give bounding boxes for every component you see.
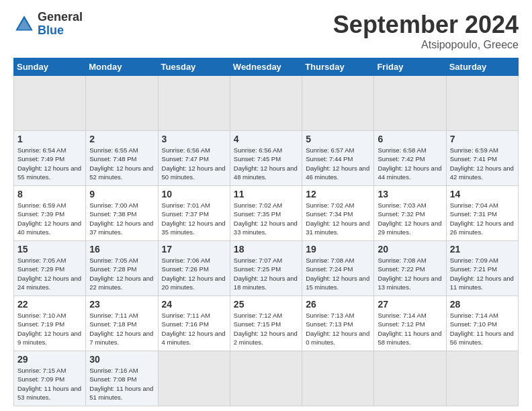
cell-text: Sunrise: 6:59 AMSunset: 7:41 PMDaylight:… (450, 146, 514, 181)
logo-general: General (38, 11, 83, 24)
page-header: General Blue September 2024 Atsipopoulo,… (13, 11, 519, 51)
header-thursday: Thursday (302, 58, 374, 76)
calendar-cell (302, 76, 374, 131)
title-section: September 2024 Atsipopoulo, Greece (333, 11, 519, 51)
header-friday: Friday (374, 58, 446, 76)
day-number: 12 (306, 189, 370, 199)
day-number: 5 (306, 134, 370, 144)
calendar-cell (230, 76, 302, 131)
calendar-cell (86, 76, 158, 131)
cell-text: Sunrise: 6:56 AMSunset: 7:45 PMDaylight:… (234, 146, 298, 181)
day-number: 23 (89, 299, 154, 310)
day-number: 2 (89, 134, 154, 144)
logo-text: General Blue (38, 11, 83, 38)
calendar-cell (302, 351, 374, 406)
calendar-cell (446, 351, 518, 406)
day-number: 16 (89, 244, 154, 255)
page-container: General Blue September 2024 Atsipopoulo,… (0, 0, 532, 411)
calendar-cell: 5 Sunrise: 6:57 AMSunset: 7:44 PMDayligh… (302, 131, 374, 186)
day-number: 11 (234, 189, 298, 199)
cell-text: Sunrise: 6:57 AMSunset: 7:44 PMDaylight:… (306, 146, 369, 181)
calendar-cell: 13 Sunrise: 7:03 AMSunset: 7:32 PMDaylig… (374, 186, 446, 241)
day-number: 10 (162, 189, 226, 199)
calendar-cell: 21 Sunrise: 7:09 AMSunset: 7:21 PMDaylig… (446, 241, 518, 296)
calendar-cell: 6 Sunrise: 6:58 AMSunset: 7:42 PMDayligh… (374, 131, 446, 186)
calendar-cell: 10 Sunrise: 7:01 AMSunset: 7:37 PMDaylig… (158, 186, 230, 241)
cell-text: Sunrise: 7:04 AMSunset: 7:31 PMDaylight:… (450, 201, 514, 236)
calendar-cell: 17 Sunrise: 7:06 AMSunset: 7:26 PMDaylig… (158, 241, 230, 296)
calendar-cell: 11 Sunrise: 7:02 AMSunset: 7:35 PMDaylig… (230, 186, 302, 241)
calendar-cell: 2 Sunrise: 6:55 AMSunset: 7:48 PMDayligh… (86, 131, 158, 186)
header-monday: Monday (86, 58, 158, 76)
day-number: 9 (89, 189, 154, 199)
calendar-cell: 3 Sunrise: 6:56 AMSunset: 7:47 PMDayligh… (158, 131, 230, 186)
day-number: 4 (234, 134, 298, 144)
calendar-cell: 12 Sunrise: 7:02 AMSunset: 7:34 PMDaylig… (302, 186, 374, 241)
calendar-cell: 18 Sunrise: 7:07 AMSunset: 7:25 PMDaylig… (230, 241, 302, 296)
calendar-cell: 16 Sunrise: 7:05 AMSunset: 7:28 PMDaylig… (86, 241, 158, 296)
day-number: 27 (378, 299, 442, 310)
calendar-cell: 25 Sunrise: 7:12 AMSunset: 7:15 PMDaylig… (230, 296, 302, 351)
day-number: 29 (17, 354, 82, 365)
day-number: 22 (17, 299, 82, 310)
day-number: 15 (17, 244, 82, 255)
day-number: 28 (450, 299, 515, 310)
location: Atsipopoulo, Greece (333, 39, 519, 51)
header-sunday: Sunday (14, 58, 86, 76)
day-number: 19 (306, 244, 370, 255)
cell-text: Sunrise: 7:11 AMSunset: 7:16 PMDaylight:… (162, 312, 226, 346)
calendar-table: Sunday Monday Tuesday Wednesday Thursday… (13, 58, 519, 406)
calendar-cell: 23 Sunrise: 7:11 AMSunset: 7:18 PMDaylig… (86, 296, 158, 351)
header-tuesday: Tuesday (158, 58, 230, 76)
day-number: 26 (306, 299, 370, 310)
calendar-cell: 9 Sunrise: 7:00 AMSunset: 7:38 PMDayligh… (86, 186, 158, 241)
day-number: 1 (17, 134, 82, 144)
calendar-cell: 29 Sunrise: 7:15 AMSunset: 7:09 PMDaylig… (14, 351, 86, 406)
calendar-cell: 14 Sunrise: 7:04 AMSunset: 7:31 PMDaylig… (446, 186, 518, 241)
day-number: 7 (450, 134, 515, 144)
cell-text: Sunrise: 7:11 AMSunset: 7:18 PMDaylight:… (89, 312, 153, 346)
day-number: 20 (378, 244, 442, 255)
calendar-week-row: 29 Sunrise: 7:15 AMSunset: 7:09 PMDaylig… (14, 351, 519, 406)
day-number: 30 (89, 354, 154, 365)
calendar-cell: 7 Sunrise: 6:59 AMSunset: 7:41 PMDayligh… (446, 131, 518, 186)
day-number: 6 (378, 134, 442, 144)
calendar-cell (14, 76, 86, 131)
cell-text: Sunrise: 7:10 AMSunset: 7:19 PMDaylight:… (17, 312, 81, 346)
cell-text: Sunrise: 7:05 AMSunset: 7:29 PMDaylight:… (17, 257, 81, 291)
cell-text: Sunrise: 7:16 AMSunset: 7:08 PMDaylight:… (89, 367, 153, 401)
cell-text: Sunrise: 7:14 AMSunset: 7:12 PMDaylight:… (378, 312, 441, 346)
day-number: 18 (234, 244, 298, 255)
cell-text: Sunrise: 6:55 AMSunset: 7:48 PMDaylight:… (89, 146, 153, 181)
cell-text: Sunrise: 7:03 AMSunset: 7:32 PMDaylight:… (378, 201, 441, 236)
cell-text: Sunrise: 7:08 AMSunset: 7:24 PMDaylight:… (306, 257, 369, 291)
calendar-cell: 1 Sunrise: 6:54 AMSunset: 7:49 PMDayligh… (14, 131, 86, 186)
calendar-cell (158, 76, 230, 131)
logo-icon (13, 13, 35, 35)
calendar-cell: 4 Sunrise: 6:56 AMSunset: 7:45 PMDayligh… (230, 131, 302, 186)
cell-text: Sunrise: 7:15 AMSunset: 7:09 PMDaylight:… (17, 367, 81, 401)
day-number: 13 (378, 189, 442, 199)
calendar-week-row: 22 Sunrise: 7:10 AMSunset: 7:19 PMDaylig… (14, 296, 519, 351)
calendar-cell (446, 76, 518, 131)
calendar-cell: 19 Sunrise: 7:08 AMSunset: 7:24 PMDaylig… (302, 241, 374, 296)
calendar-cell (158, 351, 230, 406)
cell-text: Sunrise: 7:13 AMSunset: 7:13 PMDaylight:… (306, 312, 369, 346)
day-number: 8 (17, 189, 82, 199)
calendar-cell (374, 76, 446, 131)
day-number: 14 (450, 189, 515, 199)
calendar-cell: 26 Sunrise: 7:13 AMSunset: 7:13 PMDaylig… (302, 296, 374, 351)
cell-text: Sunrise: 7:07 AMSunset: 7:25 PMDaylight:… (234, 257, 298, 291)
cell-text: Sunrise: 7:05 AMSunset: 7:28 PMDaylight:… (89, 257, 153, 291)
header-saturday: Saturday (446, 58, 518, 76)
day-number: 25 (234, 299, 298, 310)
month-title: September 2024 (333, 11, 519, 39)
day-number: 24 (162, 299, 226, 310)
cell-text: Sunrise: 7:02 AMSunset: 7:34 PMDaylight:… (306, 201, 369, 236)
calendar-cell: 15 Sunrise: 7:05 AMSunset: 7:29 PMDaylig… (14, 241, 86, 296)
logo-blue: Blue (38, 24, 83, 38)
cell-text: Sunrise: 7:01 AMSunset: 7:37 PMDaylight:… (162, 201, 226, 236)
cell-text: Sunrise: 7:00 AMSunset: 7:38 PMDaylight:… (89, 201, 153, 236)
calendar-week-row: 8 Sunrise: 6:59 AMSunset: 7:39 PMDayligh… (14, 186, 519, 241)
calendar-week-row (14, 76, 519, 131)
